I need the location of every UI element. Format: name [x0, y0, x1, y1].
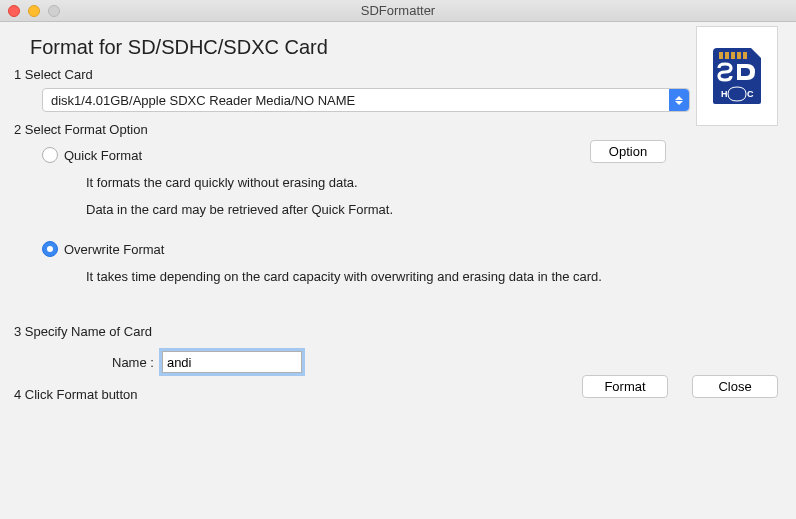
svg-text:C: C	[747, 89, 754, 99]
close-button[interactable]: Close	[692, 375, 778, 398]
svg-rect-3	[737, 52, 741, 59]
sdhc-logo-card: H C	[696, 26, 778, 126]
overwrite-format-radio[interactable]	[42, 241, 58, 257]
step-1-label: 1 Select Card	[14, 67, 778, 82]
overwrite-format-label: Overwrite Format	[64, 242, 164, 257]
traffic-lights	[8, 5, 60, 17]
name-field-label: Name :	[112, 355, 154, 370]
maximize-window-icon	[48, 5, 60, 17]
close-window-icon[interactable]	[8, 5, 20, 17]
svg-rect-0	[719, 52, 723, 59]
card-select[interactable]: disk1/4.01GB/Apple SDXC Reader Media/NO …	[42, 88, 690, 112]
titlebar: SDFormatter	[0, 0, 796, 22]
svg-rect-1	[725, 52, 729, 59]
svg-rect-2	[731, 52, 735, 59]
quick-format-help-1: It formats the card quickly without eras…	[86, 175, 778, 190]
quick-format-help-2: Data in the card may be retrieved after …	[86, 202, 778, 217]
overwrite-format-help-1: It takes time depending on the card capa…	[86, 269, 778, 284]
svg-rect-4	[743, 52, 747, 59]
window-title: SDFormatter	[0, 3, 796, 18]
quick-format-label: Quick Format	[64, 148, 142, 163]
quick-format-radio[interactable]	[42, 147, 58, 163]
card-select-value: disk1/4.01GB/Apple SDXC Reader Media/NO …	[43, 93, 669, 108]
minimize-window-icon[interactable]	[28, 5, 40, 17]
sdhc-icon: H C	[711, 46, 763, 106]
name-input[interactable]	[162, 351, 302, 373]
step-2-label: 2 Select Format Option	[14, 122, 778, 137]
option-button[interactable]: Option	[590, 140, 666, 163]
svg-text:H: H	[721, 89, 728, 99]
page-heading: Format for SD/SDHC/SDXC Card	[30, 36, 778, 59]
format-button[interactable]: Format	[582, 375, 668, 398]
dropdown-caret-icon	[669, 89, 689, 111]
step-3-label: 3 Specify Name of Card	[14, 324, 778, 339]
